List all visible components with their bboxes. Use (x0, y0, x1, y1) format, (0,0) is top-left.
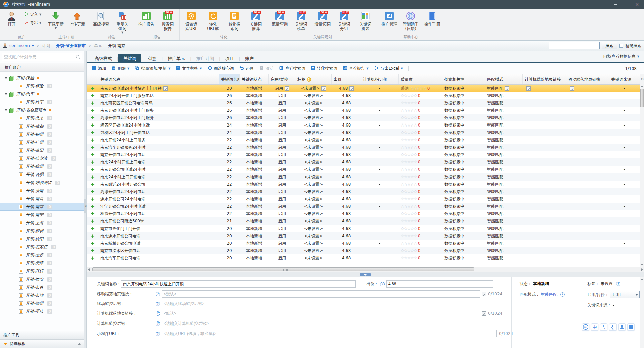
help-icon[interactable]: ? (380, 282, 385, 286)
detail-scrollbar[interactable] (640, 277, 644, 348)
tree-unit-item[interactable]: 开锁-沈阳 0 (0, 235, 84, 243)
toolbar-button-查看报告[interactable]: 查看报告▼ (343, 66, 369, 71)
tree-unit-item[interactable]: 开锁-北京 0 (0, 114, 84, 122)
add-keyword-icon[interactable]: ✚ (91, 94, 95, 98)
chinese-mode-icon[interactable]: 中 (591, 323, 598, 331)
tree-unit-item[interactable]: 开锁-南昌 0 (0, 195, 84, 203)
add-keyword-icon[interactable]: ✚ (91, 219, 95, 223)
edit-icon[interactable] (163, 86, 168, 91)
help-icon[interactable]: ? (156, 311, 160, 316)
add-keyword-icon[interactable]: ✚ (91, 101, 95, 105)
global-search-input[interactable] (549, 42, 600, 49)
filter-template-bar[interactable]: 筛选模板 (0, 339, 84, 348)
column-header-计算机端落地页链接[interactable]: 计算机端落地页链接 (523, 74, 566, 84)
toolbar-button-转化搜索词[interactable]: 转化搜索词 (311, 66, 337, 71)
toolbar-button-删除[interactable]: 删除▼ (111, 66, 129, 71)
collapse-panel-button[interactable] (360, 273, 371, 276)
help-icon[interactable]: ? (156, 292, 160, 296)
table-row[interactable]: ✚栖霞区开锁电话24小时电话24本地新增启用<未设置>4.68-☆☆☆☆☆0数据… (87, 121, 644, 129)
table-row[interactable]: ✚南京24小时开锁上门服务电话26本地新增启用<未设置>4.68-☆☆☆☆☆0数… (87, 92, 644, 99)
edit-icon[interactable] (349, 86, 354, 91)
toolbar-button-还原[interactable]: 还原 (239, 66, 254, 71)
tree-unit-item[interactable]: 开锁-深圳 0 (0, 227, 84, 235)
edit-icon[interactable] (526, 86, 531, 91)
promotion-tools-bar[interactable]: 推广工具 (0, 331, 84, 339)
table-row[interactable]: ✚南京24小时开锁上门电话22本地新增启用<未设置>4.68-☆☆☆☆☆0数据积… (87, 158, 644, 166)
ribbon-button-关键词拼装[interactable]: 关键词 拼装 (355, 10, 376, 34)
ribbon-button-导入[interactable]: 导入▼ (24, 12, 41, 17)
sidebar-search-input[interactable] (4, 55, 76, 59)
exact-search-checkbox[interactable] (619, 44, 623, 48)
toolbar-button-查看搜索词[interactable]: 查看搜索词 (279, 66, 305, 71)
user-icon[interactable] (618, 323, 626, 331)
ribbon-button-关键词榜单[interactable]: NEW关键词 榜单 (290, 10, 312, 34)
ribbon-button-搜索词报告[interactable]: NEW搜索词 报告 (157, 10, 178, 34)
field-input[interactable] (162, 330, 497, 337)
mic-icon[interactable] (609, 323, 617, 331)
table-row[interactable]: ✚南京开锁24小时上门服务22本地新增启用<未设置>4.68-☆☆☆☆☆0数据积… (87, 136, 644, 144)
field-input[interactable] (162, 290, 480, 298)
table-row[interactable]: ✚南京汽车开锁公司电话20本地新增启用<未设置>4.68-☆☆☆☆☆0数据积累中… (87, 254, 644, 262)
column-settings-gear-icon[interactable]: ⚙ (640, 77, 644, 81)
search-button[interactable]: 搜索 (602, 42, 617, 49)
add-keyword-icon[interactable]: ✚ (91, 167, 95, 172)
table-row[interactable]: ✚高淳开锁电话24小时上门服务26本地新增启用<未设置>4.68-☆☆☆☆☆0数… (87, 114, 644, 121)
add-keyword-icon[interactable]: ✚ (91, 116, 95, 120)
ribbon-button-操作手册[interactable]: 操作手册 (421, 10, 443, 34)
tree-unit-item[interactable]: 开锁-石家庄 0 (0, 243, 84, 251)
table-row[interactable]: ✚南京开锁电话24小时电话22本地新增启用<未设置>4.68-☆☆☆☆☆0数据积… (87, 151, 644, 158)
ribbon-button-推广管理[interactable]: 推广管理 (378, 10, 400, 34)
table-row[interactable]: ✚南京汽车开锁服务24小时22本地新增启用<未设置>4.68-☆☆☆☆☆0数据积… (87, 144, 644, 151)
tree-unit-item[interactable]: 开锁-广州 0 (0, 138, 84, 146)
add-keyword-icon[interactable]: ✚ (91, 256, 95, 260)
ribbon-button-海量拓词[interactable]: NEW海量拓词 (312, 10, 333, 34)
ribbon-button-下载更新[interactable]: 下载更新▼ (45, 10, 66, 34)
field-input[interactable] (162, 320, 326, 327)
toolbar-button-批量添加/更新[interactable]: 批量添加/更新▼ (135, 66, 170, 71)
tree-unit-item[interactable]: 开锁-济南 0 (0, 187, 84, 195)
ribbon-button-流量查询[interactable]: NEW流量查询 (269, 10, 290, 34)
table-row[interactable]: ✚鼓楼区24小时上门开锁电话24本地新增启用<未设置>4.68-☆☆☆☆☆0数据… (87, 129, 644, 136)
ribbon-button-打开[interactable]: 打开 (1, 10, 22, 34)
column-header-marker[interactable] (87, 74, 98, 84)
tree-unit-item[interactable]: 开锁-呼和浩特 0 (0, 179, 84, 187)
column-header-质量度[interactable]: 质量度 (399, 74, 442, 84)
tree-unit-item[interactable]: 开锁-太原 0 (0, 251, 84, 259)
table-row[interactable]: ✚南京附近24小时开锁公司22本地新增启用<未设置>4.68-☆☆☆☆☆0数据积… (87, 181, 644, 188)
field-input[interactable] (162, 300, 326, 307)
add-keyword-icon[interactable]: ✚ (91, 131, 95, 135)
tree-unit-item[interactable]: 开锁-郑州 0 (0, 299, 84, 307)
tree-unit-item[interactable]: 开锁-合肥 0 (0, 170, 84, 179)
help-icon[interactable]: ? (156, 302, 160, 306)
column-header-关键词来源[interactable]: 关键词来源 (609, 74, 639, 84)
column-header-关键词状态[interactable]: 关键词状态 (240, 74, 269, 84)
column-header-关键词长度[interactable]: 关键词长度▼ (219, 74, 240, 84)
breadcrumb-unit[interactable]: 开锁-南京 (108, 43, 125, 49)
column-header-出价[interactable]: 出价 (332, 74, 361, 84)
add-keyword-icon[interactable]: ✚ (91, 197, 95, 201)
column-header-移动端落地页链接[interactable]: 移动端落地页链接 (566, 74, 609, 84)
column-header-标签[interactable]: 标签? (295, 74, 332, 84)
table-row[interactable]: ✚南京板桥开锁公司电话20本地新增启用<未设置>4.68-☆☆☆☆☆0数据积累中… (87, 240, 644, 247)
ribbon-button-关键词分组[interactable]: NEW关键词 分组 (333, 10, 355, 34)
tree-unit-item[interactable]: 开锁-贵阳 0 (0, 146, 84, 154)
tree-collapse-icon[interactable] (5, 109, 7, 111)
edit-icon[interactable] (482, 292, 486, 296)
toolbar-button-导出Excel[interactable]: 导出Excel▼ (374, 66, 403, 71)
bid-input[interactable] (386, 280, 493, 288)
download-view-data-link[interactable]: 下载/查看数据信息▼ (602, 54, 639, 59)
horizontal-scrollbar[interactable] (87, 267, 644, 272)
tree-unit-item[interactable]: 开锁-福州 0 (0, 130, 84, 138)
ribbon-button-关键词推荐[interactable]: NEW关键词 推荐 (245, 10, 267, 34)
maximize-button[interactable] (624, 2, 629, 6)
scroll-up-icon[interactable] (641, 85, 643, 87)
close-button[interactable]: × (635, 2, 639, 6)
tree-unit-item[interactable]: 开锁-南宁 0 (0, 211, 84, 219)
table-row[interactable]: ✚南京溧水开锁公司电话20本地新增启用<未设置>4.68-☆☆☆☆☆0数据积累中… (87, 232, 644, 240)
onoff-dropdown[interactable]: 启用 (610, 291, 640, 298)
toolbar-button-文字替换[interactable]: 文字替换▼ (176, 66, 202, 71)
sidebar-splitter[interactable]: ◀ (84, 51, 87, 348)
keyboard-icon[interactable] (627, 323, 635, 331)
ribbon-button-设置追踪URL[interactable]: 设置追 踪URL (181, 10, 202, 34)
edit-icon[interactable] (285, 86, 289, 91)
